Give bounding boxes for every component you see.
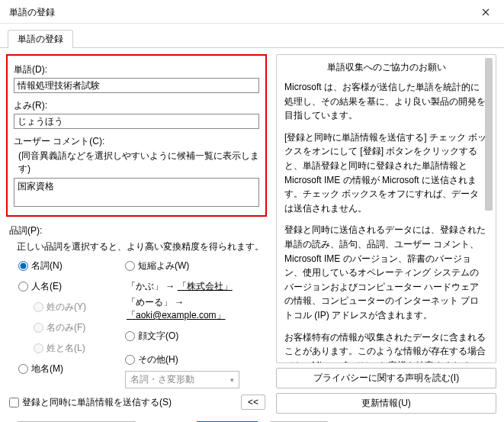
comment-hint: (同音異義語などを選択しやすいように候補一覧に表示します) [18,150,259,176]
info-text: Microsoft は、お客様が送信した単語を統計的に処理し、その結果を基に、よ… [284,80,488,363]
radio-person[interactable]: 人名(E) [18,280,110,293]
collapse-button[interactable]: << [241,395,265,410]
reading-label: よみ(R): [14,99,259,112]
radio-place[interactable]: 地名(M) [18,362,110,375]
close-icon[interactable] [475,5,496,20]
radio-other[interactable]: その他(H) [125,353,265,366]
word-label: 単語(D): [14,63,259,76]
radio-given-only: 名のみ(F) [34,321,110,334]
word-input[interactable] [14,78,259,93]
pos-hint: 正しい品詞を選択すると、より高い変換精度を得られます。 [17,240,265,253]
radio-surname-given: 姓と名(L) [34,342,110,355]
radio-surname-only: 姓のみ(Y) [34,301,110,314]
tab-bar: 単語の登録 [0,24,504,48]
send-checkbox[interactable]: 登録と同時に単語情報を送信する(S) [9,396,233,409]
example-line-1: 「かぶ」 → 「株式会社」 [127,280,265,293]
footer: ユーザー辞書ツール(T) 登録(A) 閉じる [0,418,504,422]
info-title: 単語収集へのご協力のお願い [284,61,488,74]
radio-kaomoji[interactable]: 顔文字(O) [125,330,265,343]
scrollbar-thumb[interactable] [485,58,493,211]
comment-input[interactable] [14,178,259,207]
reading-input[interactable] [14,114,259,129]
update-button[interactable]: 更新情報(U) [276,393,496,414]
other-dropdown[interactable]: 名詞・さ変形動 ▾ [125,371,239,388]
scrollbar[interactable] [483,56,494,361]
info-panel: 単語収集へのご協力のお願い Microsoft は、お客様が送信した単語を統計的… [276,54,496,363]
titlebar: 単語の登録 [0,0,504,24]
privacy-button[interactable]: プライバシーに関する声明を読む(I) [276,368,496,388]
radio-noun[interactable]: 名詞(N) [18,259,110,272]
highlight-region: 単語(D): よみ(R): ユーザー コメント(C): (同音異義語などを選択し… [6,54,267,217]
tab-register[interactable]: 単語の登録 [8,30,73,48]
radio-short[interactable]: 短縮よみ(W) [125,259,265,272]
window-title: 単語の登録 [9,6,55,19]
comment-label: ユーザー コメント(C): [14,135,259,148]
chevron-down-icon: ▾ [230,376,234,384]
pos-label: 品詞(P): [9,224,265,237]
example-line-2: 「めーる」 → 「aoki@example.com」 [127,296,265,322]
